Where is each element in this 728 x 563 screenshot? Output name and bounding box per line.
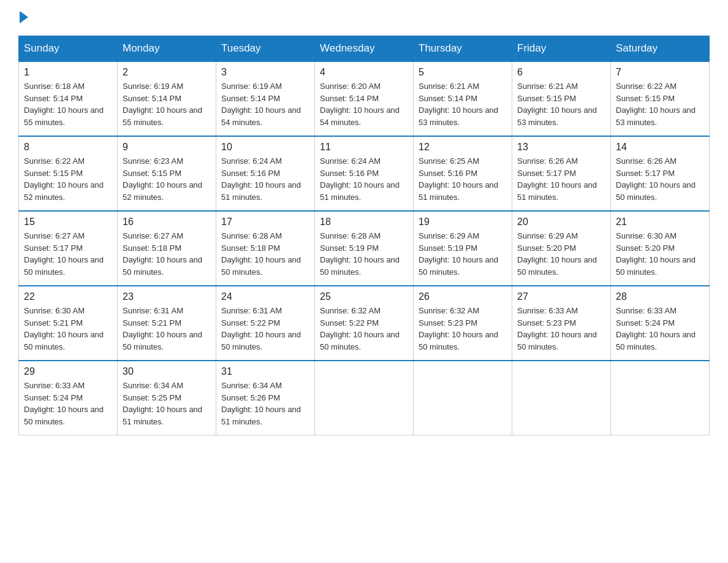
day-number: 12: [419, 142, 507, 153]
calendar-cell: 19 Sunrise: 6:29 AMSunset: 5:19 PMDaylig…: [414, 211, 512, 286]
day-number: 14: [616, 142, 704, 153]
calendar-cell: 6 Sunrise: 6:21 AMSunset: 5:15 PMDayligh…: [512, 61, 611, 136]
day-number: 1: [24, 67, 112, 78]
day-info: Sunrise: 6:24 AMSunset: 5:16 PMDaylight:…: [320, 155, 408, 203]
calendar-cell: 9 Sunrise: 6:23 AMSunset: 5:15 PMDayligh…: [118, 136, 216, 211]
day-number: 26: [419, 291, 507, 302]
calendar-week-row: 15 Sunrise: 6:27 AMSunset: 5:17 PMDaylig…: [19, 211, 710, 286]
day-number: 28: [616, 291, 704, 302]
weekday-header-thursday: Thursday: [414, 36, 512, 62]
day-number: 15: [24, 216, 112, 228]
logo: [18, 12, 28, 23]
day-number: 18: [320, 216, 408, 228]
day-info: Sunrise: 6:22 AMSunset: 5:15 PMDaylight:…: [616, 80, 704, 128]
day-number: 19: [419, 216, 507, 228]
weekday-header-sunday: Sunday: [19, 36, 118, 62]
weekday-header-tuesday: Tuesday: [216, 36, 315, 62]
day-number: 13: [517, 142, 605, 153]
day-info: Sunrise: 6:23 AMSunset: 5:15 PMDaylight:…: [123, 155, 211, 203]
day-number: 9: [123, 142, 211, 153]
weekday-header-monday: Monday: [118, 36, 216, 62]
calendar-cell: 15 Sunrise: 6:27 AMSunset: 5:17 PMDaylig…: [19, 211, 118, 286]
day-number: 29: [24, 366, 112, 377]
day-number: 8: [24, 142, 112, 153]
day-number: 22: [24, 291, 112, 302]
day-info: Sunrise: 6:31 AMSunset: 5:21 PMDaylight:…: [123, 305, 211, 353]
calendar-cell: 21 Sunrise: 6:30 AMSunset: 5:20 PMDaylig…: [611, 211, 710, 286]
day-info: Sunrise: 6:26 AMSunset: 5:17 PMDaylight:…: [616, 155, 704, 203]
day-number: 27: [517, 291, 605, 302]
day-info: Sunrise: 6:30 AMSunset: 5:21 PMDaylight:…: [24, 305, 112, 353]
calendar-cell: 25 Sunrise: 6:32 AMSunset: 5:22 PMDaylig…: [315, 286, 414, 361]
day-info: Sunrise: 6:31 AMSunset: 5:22 PMDaylight:…: [221, 305, 309, 353]
day-info: Sunrise: 6:27 AMSunset: 5:18 PMDaylight:…: [123, 230, 211, 278]
weekday-header-row: SundayMondayTuesdayWednesdayThursdayFrid…: [19, 36, 710, 62]
day-number: 17: [221, 216, 309, 228]
day-info: Sunrise: 6:28 AMSunset: 5:18 PMDaylight:…: [221, 230, 309, 278]
day-number: 11: [320, 142, 408, 153]
day-info: Sunrise: 6:30 AMSunset: 5:20 PMDaylight:…: [616, 230, 704, 278]
calendar-cell: 29 Sunrise: 6:33 AMSunset: 5:24 PMDaylig…: [19, 361, 118, 435]
day-info: Sunrise: 6:21 AMSunset: 5:14 PMDaylight:…: [419, 80, 507, 128]
calendar-cell: 5 Sunrise: 6:21 AMSunset: 5:14 PMDayligh…: [414, 61, 512, 136]
day-info: Sunrise: 6:22 AMSunset: 5:15 PMDaylight:…: [24, 155, 112, 203]
day-info: Sunrise: 6:34 AMSunset: 5:26 PMDaylight:…: [221, 380, 309, 427]
calendar-cell: 16 Sunrise: 6:27 AMSunset: 5:18 PMDaylig…: [118, 211, 216, 286]
day-number: 25: [320, 291, 408, 302]
day-info: Sunrise: 6:28 AMSunset: 5:19 PMDaylight:…: [320, 230, 408, 278]
day-info: Sunrise: 6:21 AMSunset: 5:15 PMDaylight:…: [517, 80, 605, 128]
day-info: Sunrise: 6:18 AMSunset: 5:14 PMDaylight:…: [24, 80, 112, 128]
page-header: [18, 12, 710, 23]
day-info: Sunrise: 6:33 AMSunset: 5:23 PMDaylight:…: [517, 305, 605, 353]
day-number: 21: [616, 216, 704, 228]
day-number: 24: [221, 291, 309, 302]
calendar-cell: [611, 361, 710, 435]
logo-text: [18, 12, 28, 23]
day-info: Sunrise: 6:29 AMSunset: 5:20 PMDaylight:…: [517, 230, 605, 278]
weekday-header-wednesday: Wednesday: [315, 36, 414, 62]
day-number: 4: [320, 67, 408, 78]
day-info: Sunrise: 6:19 AMSunset: 5:14 PMDaylight:…: [221, 80, 309, 128]
day-info: Sunrise: 6:32 AMSunset: 5:22 PMDaylight:…: [320, 305, 408, 353]
day-number: 6: [517, 67, 605, 78]
calendar-cell: 27 Sunrise: 6:33 AMSunset: 5:23 PMDaylig…: [512, 286, 611, 361]
calendar-week-row: 29 Sunrise: 6:33 AMSunset: 5:24 PMDaylig…: [19, 361, 710, 435]
logo-triangle-icon: [20, 11, 28, 23]
day-info: Sunrise: 6:33 AMSunset: 5:24 PMDaylight:…: [616, 305, 704, 353]
calendar-cell: 31 Sunrise: 6:34 AMSunset: 5:26 PMDaylig…: [216, 361, 315, 435]
calendar-cell: 7 Sunrise: 6:22 AMSunset: 5:15 PMDayligh…: [611, 61, 710, 136]
calendar-cell: 13 Sunrise: 6:26 AMSunset: 5:17 PMDaylig…: [512, 136, 611, 211]
day-number: 2: [123, 67, 211, 78]
calendar-cell: 1 Sunrise: 6:18 AMSunset: 5:14 PMDayligh…: [19, 61, 118, 136]
day-number: 3: [221, 67, 309, 78]
logo-blue-part: [18, 12, 28, 23]
calendar-cell: 26 Sunrise: 6:32 AMSunset: 5:23 PMDaylig…: [414, 286, 512, 361]
calendar-cell: 12 Sunrise: 6:25 AMSunset: 5:16 PMDaylig…: [414, 136, 512, 211]
calendar-cell: 3 Sunrise: 6:19 AMSunset: 5:14 PMDayligh…: [216, 61, 315, 136]
calendar-cell: 10 Sunrise: 6:24 AMSunset: 5:16 PMDaylig…: [216, 136, 315, 211]
calendar-cell: 24 Sunrise: 6:31 AMSunset: 5:22 PMDaylig…: [216, 286, 315, 361]
calendar-cell: 2 Sunrise: 6:19 AMSunset: 5:14 PMDayligh…: [118, 61, 216, 136]
day-info: Sunrise: 6:20 AMSunset: 5:14 PMDaylight:…: [320, 80, 408, 128]
calendar-cell: 28 Sunrise: 6:33 AMSunset: 5:24 PMDaylig…: [611, 286, 710, 361]
calendar-cell: 4 Sunrise: 6:20 AMSunset: 5:14 PMDayligh…: [315, 61, 414, 136]
calendar-cell: 20 Sunrise: 6:29 AMSunset: 5:20 PMDaylig…: [512, 211, 611, 286]
calendar-cell: 22 Sunrise: 6:30 AMSunset: 5:21 PMDaylig…: [19, 286, 118, 361]
day-number: 10: [221, 142, 309, 153]
calendar-cell: 8 Sunrise: 6:22 AMSunset: 5:15 PMDayligh…: [19, 136, 118, 211]
calendar-cell: 30 Sunrise: 6:34 AMSunset: 5:25 PMDaylig…: [118, 361, 216, 435]
day-number: 5: [419, 67, 507, 78]
weekday-header-saturday: Saturday: [611, 36, 710, 62]
day-number: 20: [517, 216, 605, 228]
day-info: Sunrise: 6:26 AMSunset: 5:17 PMDaylight:…: [517, 155, 605, 203]
calendar-cell: 23 Sunrise: 6:31 AMSunset: 5:21 PMDaylig…: [118, 286, 216, 361]
day-info: Sunrise: 6:19 AMSunset: 5:14 PMDaylight:…: [123, 80, 211, 128]
calendar-cell: 18 Sunrise: 6:28 AMSunset: 5:19 PMDaylig…: [315, 211, 414, 286]
calendar-week-row: 8 Sunrise: 6:22 AMSunset: 5:15 PMDayligh…: [19, 136, 710, 211]
day-info: Sunrise: 6:24 AMSunset: 5:16 PMDaylight:…: [221, 155, 309, 203]
day-info: Sunrise: 6:32 AMSunset: 5:23 PMDaylight:…: [419, 305, 507, 353]
day-number: 16: [123, 216, 211, 228]
weekday-header-friday: Friday: [512, 36, 611, 62]
day-info: Sunrise: 6:33 AMSunset: 5:24 PMDaylight:…: [24, 380, 112, 427]
calendar-cell: [414, 361, 512, 435]
